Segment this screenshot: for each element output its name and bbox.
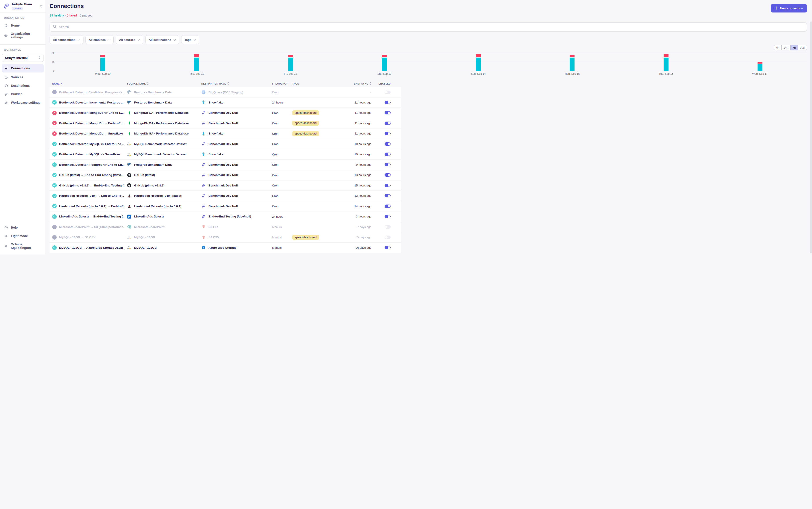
status-failed-icon	[52, 121, 57, 125]
source-name: MySQL Benchmark Detector Dataset	[134, 142, 187, 146]
table-row[interactable]: Bottleneck Detector: MongoDb → End-to-En…	[50, 118, 401, 129]
last-sync: 10 hours ago	[354, 152, 371, 156]
filter-all-statuses[interactable]: All statuses	[86, 35, 114, 44]
sort-icon	[147, 82, 149, 86]
connection-name: Bottleneck Detector: MongoDb <> End-to-E…	[59, 111, 124, 114]
sidebar-item-octavia-squiddington[interactable]: Octavia Squiddington	[0, 240, 45, 252]
enabled-toggle[interactable]	[385, 236, 391, 239]
table-row[interactable]: Bottleneck Detector: MySQL <> End-to-End…	[50, 139, 401, 149]
source-name: MongoDb GA - Performance Database	[134, 122, 189, 125]
filter-all-connections[interactable]: All connections	[50, 35, 84, 44]
search-input[interactable]	[59, 25, 406, 29]
table-row[interactable]: MySQL - 10GB → S3 CSVMySQLMySQL - 10GBS3…	[50, 232, 401, 243]
filter-tags[interactable]: Tags	[181, 35, 199, 44]
enabled-toggle[interactable]	[385, 152, 391, 156]
table-row[interactable]: Bottleneck Detector Candidate: Postgres …	[50, 87, 401, 98]
org-switcher[interactable]: Airbyte Team TEAMS	[0, 0, 45, 13]
gear-icon	[4, 33, 8, 37]
sidebar-item-workspace-settings[interactable]: Workspace settings	[0, 98, 45, 107]
destination-name: End-to-End Testing (/dev/null)	[208, 215, 251, 218]
frequency: Cron	[272, 205, 278, 208]
enabled-toggle[interactable]	[385, 163, 391, 166]
enabled-toggle[interactable]	[385, 184, 391, 187]
last-sync: 14 hours ago	[354, 205, 371, 208]
enabled-toggle[interactable]	[385, 194, 391, 197]
filter-all-sources[interactable]: All sources	[116, 35, 143, 44]
filter-all-destinations[interactable]: All destinations	[145, 35, 179, 44]
mysql-icon: MySQL	[127, 235, 131, 240]
enabled-toggle[interactable]	[385, 111, 391, 114]
column-header-destination-name[interactable]: DESTINATION NAME	[201, 82, 229, 86]
table-row[interactable]: Bottleneck Detector: Incremental Postgre…	[50, 98, 401, 108]
column-header-tags[interactable]: TAGS	[292, 82, 344, 85]
connection-name: Bottleneck Detector: Postgres <> End-to-…	[59, 163, 124, 166]
chevron-down-icon	[173, 38, 176, 41]
airbyte-icon	[201, 162, 206, 167]
snowflake-icon	[201, 100, 206, 105]
column-header-last-sync[interactable]: LAST SYNC	[354, 82, 371, 86]
sidebar-item-help[interactable]: Help	[0, 223, 45, 232]
sidebar-item-light-mode[interactable]: Light mode	[0, 232, 45, 240]
table-row[interactable]: LinkedIn Ads (latest) → End-to-End Testi…	[50, 211, 401, 222]
last-sync: 21 hours ago	[354, 101, 371, 104]
svg-text:SQL: SQL	[129, 238, 131, 239]
sidebar-item-destinations[interactable]: Destinations	[0, 81, 45, 90]
airbyte-icon	[201, 121, 206, 125]
column-header-source-name[interactable]: SOURCE NAME	[127, 82, 149, 86]
sidebar-item-connections[interactable]: Connections	[2, 64, 44, 72]
airbyte-icon	[201, 194, 206, 198]
chart-x-labels: Wed, Sep 10Thu, Sep 11Fri, Sep 12Sat, Se…	[56, 72, 406, 75]
sidebar-item-home[interactable]: Home	[0, 21, 45, 30]
status-healthy-icon	[52, 152, 57, 157]
enabled-toggle[interactable]	[385, 215, 391, 218]
table-row[interactable]: GitHub (latest) → End-to-End Testing (/d…	[50, 170, 401, 180]
table-row[interactable]: GitHub (pin to v1.8.1) → End-to-End Test…	[50, 180, 401, 191]
enabled-toggle[interactable]	[385, 142, 391, 146]
table-row[interactable]: Bottleneck Detector: MongoDb → Snowflake…	[50, 129, 401, 139]
table-row[interactable]: Bottleneck Detector: MongoDb <> End-to-E…	[50, 108, 401, 118]
sidebar-item-label: Help	[11, 226, 18, 229]
workspace-selector[interactable]: Airbyte Internal	[2, 54, 44, 62]
enabled-toggle[interactable]	[385, 132, 391, 135]
last-sync: 10 hours ago	[354, 142, 371, 146]
enabled-toggle[interactable]	[385, 122, 391, 125]
table-row[interactable]: MySQL - 128GB → Azure Blob Storage JSOn …	[50, 243, 401, 253]
page-title: Connections	[50, 3, 84, 9]
destination-name: Benchmark Dev Null	[208, 122, 238, 125]
postgres-icon	[127, 90, 131, 94]
table-row[interactable]: Bottleneck Detector: MySQL <> SnowflakeM…	[50, 149, 401, 160]
enabled-toggle[interactable]	[385, 101, 391, 104]
linkedin-icon: in	[127, 214, 131, 219]
table-row[interactable]: Hardcoded Records (24M) → End-to-End Te.…	[50, 191, 401, 201]
enabled-toggle[interactable]	[385, 225, 391, 229]
last-sync: 3 hours ago	[356, 215, 371, 218]
table-row[interactable]: Bottleneck Detector: Postgres <> End-to-…	[50, 160, 401, 170]
sidebar-item-organization-settings[interactable]: Organization settings	[0, 30, 45, 41]
enabled-toggle[interactable]	[385, 246, 391, 249]
sidebar-item-label: Connections	[11, 66, 30, 70]
paused-count: 5 paused	[80, 13, 93, 17]
column-header-enabled[interactable]: ENABLED	[379, 82, 391, 85]
enabled-toggle[interactable]	[385, 205, 391, 208]
last-sync: 11 hours ago	[355, 132, 371, 135]
column-header-frequency[interactable]: FREQUENCY	[272, 82, 292, 85]
table-row[interactable]: Microsoft SharePoint → S3 (13mb performa…	[50, 222, 401, 232]
postgres-icon	[127, 162, 131, 167]
enabled-toggle[interactable]	[385, 173, 391, 177]
destination-name: BigQuery (GCS Staging)	[208, 91, 243, 94]
enabled-toggle[interactable]	[385, 91, 391, 94]
status-healthy-icon	[52, 204, 57, 208]
sidebar-item-builder[interactable]: Builder	[0, 90, 45, 98]
search-icon	[53, 25, 57, 29]
sidebar-item-sources[interactable]: Sources	[0, 73, 45, 81]
table-row[interactable]: Hardcoded Records (pin to 0.0.1) → End-t…	[50, 201, 401, 212]
destination-name: Snowflake	[208, 152, 223, 156]
sidebar-item-label: Workspace settings	[11, 101, 40, 104]
sidebar-item-label: Sources	[11, 75, 23, 79]
source-name: Microsoft SharePoint	[134, 225, 164, 229]
column-header-name[interactable]: NAME	[52, 82, 63, 85]
last-sync: 15 hours ago	[354, 184, 371, 187]
svg-text:SQL: SQL	[129, 155, 131, 156]
connection-name: MySQL - 10GB → S3 CSV	[59, 236, 96, 239]
x-axis-label: Thu, Sep 11	[150, 72, 244, 75]
